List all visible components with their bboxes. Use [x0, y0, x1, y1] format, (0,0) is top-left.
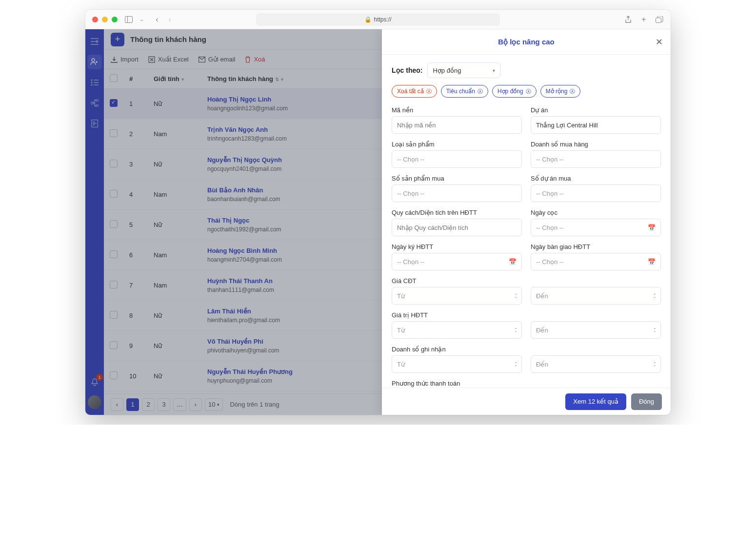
svg-point-5 [91, 82, 93, 83]
page-size-label: Dòng trên 1 trang [230, 401, 279, 408]
chevron-down-icon: ▾ [493, 68, 495, 73]
rail-menu[interactable] [87, 34, 102, 49]
traffic-lights [92, 17, 118, 22]
chevron-down-icon[interactable]: ⌄ [137, 15, 146, 24]
rail-notifications[interactable]: 1 [87, 375, 102, 390]
close-dot[interactable] [92, 17, 98, 22]
min-dot[interactable] [102, 17, 108, 22]
share-icon[interactable] [624, 15, 633, 24]
view-results-button[interactable]: Xem 12 kết quả [565, 393, 626, 410]
chip-contract[interactable]: Hợp đồngⓧ [492, 85, 537, 98]
sidebar-icon[interactable] [124, 15, 133, 24]
so-da-select[interactable]: -- Chọn -- [531, 185, 661, 202]
export-button[interactable]: Xuất Excel [148, 56, 189, 63]
svg-rect-2 [656, 18, 661, 22]
doanh-so-gn-from[interactable]: Từ⌄⌃ [392, 355, 522, 373]
chevron-up-icon: ⌃ [653, 296, 657, 301]
row-num: 8 [123, 301, 148, 331]
filter-by-select[interactable]: Hợp đồng▾ [427, 62, 500, 78]
row-gender: Nam [148, 119, 201, 149]
gia-cdt-to[interactable]: Đến⌄⌃ [531, 287, 661, 305]
ma-nen-input[interactable] [392, 116, 522, 134]
row-checkbox[interactable] [110, 190, 118, 198]
row-gender: Nữ [148, 331, 201, 361]
calendar-icon: 📅 [648, 224, 656, 231]
filter-chips: Xoá tất cảⓧ Tiêu chuẩnⓧ Hợp đồngⓧ Mở rộn… [392, 85, 661, 98]
ngay-coc-date[interactable]: -- Chọn --📅 [531, 219, 661, 236]
sort-icon[interactable]: ⇅ [275, 77, 279, 82]
chevron-up-icon: ⌃ [514, 330, 517, 335]
email-button[interactable]: Gửi email [199, 56, 236, 63]
rail-list[interactable] [87, 75, 102, 90]
filter-icon[interactable]: ▾ [181, 77, 184, 82]
row-checkbox[interactable] [110, 160, 118, 167]
add-tab-icon[interactable]: + [639, 15, 648, 24]
svg-rect-8 [96, 99, 99, 101]
row-num: 5 [123, 210, 148, 240]
gia-tri-from[interactable]: Từ⌄⌃ [392, 321, 522, 339]
quy-cach-input[interactable] [392, 219, 522, 236]
gia-tri-to[interactable]: Đến⌄⌃ [531, 321, 661, 339]
row-gender: Nữ [148, 361, 201, 391]
chevron-up-icon: ⌃ [653, 330, 657, 335]
row-gender: Nữ [148, 89, 201, 119]
next-page[interactable]: › [189, 398, 202, 411]
col-gender[interactable]: Giới tính▾ [148, 69, 201, 89]
row-checkbox[interactable] [110, 129, 118, 137]
chevron-down-icon: ⌄ [514, 360, 517, 364]
rail-customers[interactable] [87, 55, 102, 69]
row-checkbox[interactable] [110, 220, 118, 228]
rail-org[interactable] [87, 96, 102, 110]
max-dot[interactable] [112, 17, 118, 22]
import-button[interactable]: Import [111, 56, 139, 63]
row-checkbox[interactable] [110, 311, 118, 319]
chip-extended[interactable]: Mở rộngⓧ [540, 85, 581, 98]
forward-icon[interactable]: › [165, 15, 174, 24]
delete-button[interactable]: Xoá [245, 56, 265, 63]
customer-email: hienthailam.pro@gmail.com [207, 317, 280, 324]
tabs-icon[interactable] [655, 15, 664, 24]
select-all-checkbox[interactable] [110, 74, 118, 82]
page-3[interactable]: 3 [158, 398, 170, 411]
ngay-ky-date[interactable]: -- Chọn --📅 [392, 253, 522, 270]
du-an-input[interactable]: Thắng Lợi Central Hill [531, 116, 661, 134]
back-icon[interactable]: ‹ [153, 15, 161, 24]
chevron-up-icon: ⌃ [514, 365, 517, 369]
customer-email: huynphuong@gmail.com [207, 377, 272, 384]
row-checkbox[interactable] [110, 281, 118, 288]
row-gender: Nam [148, 180, 201, 210]
row-checkbox[interactable] [110, 371, 118, 379]
doanh-so-gn-to[interactable]: Đến⌄⌃ [531, 355, 661, 373]
page-2[interactable]: 2 [142, 398, 155, 411]
row-checkbox[interactable] [110, 341, 118, 349]
row-num: 7 [123, 270, 148, 301]
rail-doc[interactable] [87, 116, 102, 131]
filter-icon[interactable]: ▾ [281, 77, 283, 82]
row-num: 6 [123, 240, 148, 270]
row-checkbox[interactable] [110, 250, 118, 258]
notification-badge: 1 [96, 374, 103, 381]
loai-sp-select[interactable]: -- Chọn -- [392, 150, 522, 168]
url-bar[interactable]: 🔒https:// [256, 13, 500, 26]
chip-standard[interactable]: Tiêu chuẩnⓧ [441, 85, 488, 98]
page-size[interactable]: 10 ▾ [205, 398, 223, 411]
avatar[interactable] [88, 395, 101, 409]
col-num[interactable]: # [123, 69, 148, 89]
ngay-bg-date[interactable]: -- Chọn --📅 [531, 253, 661, 270]
chevron-down-icon: ⌄ [653, 326, 657, 330]
titlebar: ⌄ ‹ › 🔒https:// + [85, 10, 671, 29]
page-more[interactable]: … [173, 398, 186, 411]
so-sp-select[interactable]: -- Chọn -- [392, 185, 522, 202]
close-button[interactable]: Đóng [631, 393, 662, 410]
row-num: 1 [123, 89, 148, 119]
add-button[interactable]: + [111, 33, 124, 46]
close-icon[interactable]: ✕ [656, 37, 663, 47]
prev-page[interactable]: ‹ [111, 398, 123, 411]
gia-cdt-from[interactable]: Từ⌄⌃ [392, 287, 522, 305]
page-title: Thông tin khách hàng [130, 35, 206, 43]
row-checkbox[interactable] [110, 99, 118, 107]
page-1[interactable]: 1 [126, 398, 139, 411]
chip-clear-all[interactable]: Xoá tất cảⓧ [392, 85, 437, 98]
doanh-so-select[interactable]: -- Chọn -- [531, 150, 661, 168]
svg-rect-7 [91, 102, 93, 104]
